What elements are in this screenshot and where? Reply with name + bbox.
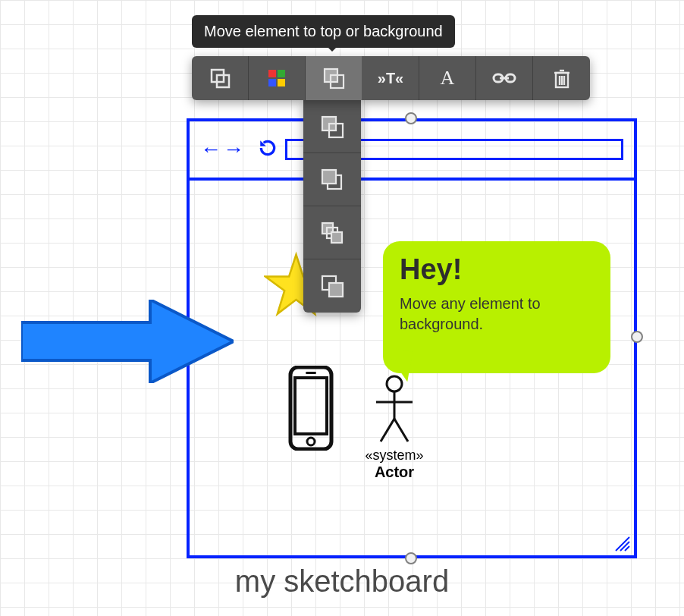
resize-grip-icon: [611, 533, 631, 552]
layer-button[interactable]: [306, 56, 362, 100]
svg-rect-25: [268, 70, 276, 77]
svg-line-12: [381, 419, 394, 442]
link-button[interactable]: [476, 56, 533, 100]
refresh-icon: [258, 138, 278, 161]
svg-point-7: [307, 438, 315, 445]
type-tag-button[interactable]: »T«: [362, 56, 419, 100]
actor-shape[interactable]: «system» Actor: [349, 375, 440, 481]
bubble-body: Move any element to background.: [400, 294, 594, 335]
selection-handle-top[interactable]: [405, 112, 417, 124]
send-backward-item[interactable]: [303, 206, 361, 259]
tooltip: Move element to top or background: [192, 15, 455, 48]
arrow-shape[interactable]: [21, 300, 234, 376]
stickman-icon: [349, 375, 440, 443]
svg-rect-20: [331, 232, 342, 243]
svg-rect-17: [322, 170, 336, 184]
svg-rect-6: [295, 378, 327, 434]
board-title[interactable]: my sketchboard: [0, 564, 684, 599]
selection-handle-bottom[interactable]: [405, 552, 417, 564]
svg-rect-27: [268, 79, 276, 86]
selection-handle-right[interactable]: [631, 331, 643, 343]
svg-line-13: [394, 419, 408, 442]
text-button[interactable]: A: [419, 56, 476, 100]
svg-line-1: [620, 542, 629, 551]
svg-line-2: [625, 546, 629, 551]
context-toolbar: »T« A: [192, 56, 590, 100]
nav-back-forward-icon: ←→: [200, 137, 246, 162]
tooltip-text: Move element to top or background: [204, 23, 443, 39]
speech-bubble-shape[interactable]: Hey! Move any element to background.: [383, 241, 610, 373]
text-label: A: [441, 67, 455, 90]
browser-toolbar: ←→: [190, 121, 634, 181]
send-to-back-item[interactable]: [303, 259, 361, 313]
svg-rect-22: [329, 283, 343, 297]
actor-stereotype: «system»: [349, 448, 440, 464]
bubble-heading: Hey!: [400, 253, 594, 286]
svg-rect-26: [278, 70, 285, 77]
svg-rect-8: [306, 372, 316, 374]
actor-name-label: Actor: [349, 464, 440, 481]
delete-button[interactable]: [533, 56, 590, 100]
palette-button[interactable]: [249, 56, 306, 100]
layer-dropdown-menu: [303, 100, 361, 313]
svg-point-9: [387, 376, 402, 391]
group-button[interactable]: [192, 56, 249, 100]
bring-forward-item[interactable]: [303, 153, 361, 206]
svg-marker-3: [21, 300, 234, 383]
bring-to-front-item[interactable]: [303, 100, 361, 153]
svg-rect-28: [278, 79, 285, 86]
phone-shape[interactable]: [287, 366, 334, 451]
type-tag-label: »T«: [378, 70, 403, 87]
